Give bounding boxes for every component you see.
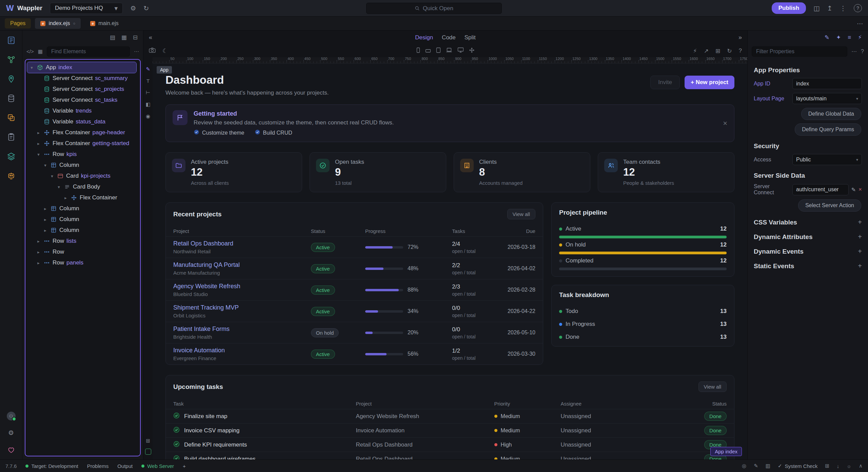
output-button[interactable]: Output (117, 463, 133, 469)
section-dynamic-attributes[interactable]: Dynamic Attributes+ (754, 233, 862, 241)
canvas-help-icon[interactable]: ? (739, 47, 742, 54)
invite-button[interactable]: Invite (650, 76, 680, 89)
add-icon[interactable]: + (858, 218, 862, 226)
target-selector[interactable]: Target: Development (25, 463, 78, 469)
dynamic-data-icon[interactable]: ⚡ (858, 34, 862, 41)
canvas-view[interactable]: App Dashboard Welcome back — here's what… (153, 63, 747, 459)
dark-mode-icon[interactable]: ☾ (162, 47, 167, 55)
settings-icon[interactable]: ⚙ (8, 430, 14, 436)
code-toggle-icon[interactable]: </> (26, 48, 34, 54)
view-list-icon[interactable]: ▤ (110, 34, 115, 41)
server-connect-input[interactable] (792, 184, 849, 195)
expand-right-panel-icon[interactable]: » (738, 34, 742, 41)
tree-item-kpi-projects[interactable]: ▾Cardkpi-projects (27, 171, 138, 181)
fit-screen-icon[interactable] (469, 47, 474, 55)
target-icon[interactable]: ◎ (742, 463, 746, 469)
extensions-grid-icon[interactable]: ⊞ (825, 463, 829, 469)
tree-chevron-icon[interactable]: ▾ (36, 152, 41, 157)
layers-icon[interactable] (7, 152, 16, 162)
typography-tool-icon[interactable]: T (146, 78, 150, 84)
edit-server-action-icon[interactable]: ✎ (851, 186, 856, 193)
define-query-params-button[interactable]: Define Query Params (795, 123, 861, 136)
tree-chevron-icon[interactable]: ▸ (43, 228, 48, 233)
view-all-projects-button[interactable]: View all (507, 209, 535, 219)
select-server-action-button[interactable]: Select Server Action (798, 199, 861, 212)
tree-item-column[interactable]: ▸Column (27, 214, 138, 225)
tree-chevron-icon[interactable]: ▾ (56, 184, 61, 190)
tree-chevron-icon[interactable]: ▸ (43, 206, 48, 211)
publish-button[interactable]: Publish (772, 2, 806, 14)
device-laptop-icon[interactable] (446, 47, 452, 54)
tree-chevron-icon[interactable]: ▸ (36, 239, 41, 244)
tree-item-flex-container[interactable]: ▸Flex Container (27, 192, 138, 203)
spacing-tool-icon[interactable]: ⊢ (146, 90, 150, 96)
connect-icon[interactable]: ⚡ (693, 47, 697, 55)
problems-button[interactable]: Problems (87, 463, 108, 469)
tree-chevron-icon[interactable]: ▸ (43, 217, 48, 222)
layout-page-select[interactable]: layouts/main ▾ (792, 93, 862, 104)
kebab-menu-icon[interactable]: ⋮ (840, 5, 846, 12)
project-link[interactable]: Patient Intake Forms (173, 326, 311, 333)
project-settings-icon[interactable]: ⚙ (130, 5, 136, 12)
tab-index-ejs[interactable]: e index.ejs ○ (35, 18, 81, 29)
apps-grid-icon[interactable]: ⊞ (146, 438, 150, 444)
screenshot-icon[interactable] (149, 47, 156, 55)
globals-icon[interactable] (7, 75, 16, 85)
access-select[interactable]: Public ▾ (792, 154, 862, 165)
find-elements-input[interactable] (47, 46, 130, 57)
collapse-statusbar-icon[interactable]: ∧ (859, 463, 863, 469)
add-panel-icon[interactable]: + (183, 463, 186, 469)
tree-item-column[interactable]: ▾Column (27, 160, 138, 171)
tree-item-getting-started[interactable]: ▸Flex Containergetting-started (27, 138, 138, 149)
components-icon[interactable]: ▦ (38, 48, 43, 55)
tree-item-column[interactable]: ▸Column (27, 225, 138, 236)
sliders-icon[interactable]: ≡ (848, 34, 851, 41)
panel-layout-icon[interactable]: ▥ (766, 463, 770, 469)
properties-more-icon[interactable]: ⋯ (851, 48, 857, 55)
edit-props-icon[interactable]: ✎ (825, 34, 829, 41)
tree-item-card-body[interactable]: ▾Card Body (27, 181, 138, 192)
define-global-data-button[interactable]: Define Global Data (801, 108, 861, 120)
new-project-button[interactable]: + New project (685, 76, 734, 89)
tree-item-page-header[interactable]: ▸Flex Containerpage-header (27, 127, 138, 138)
database-icon[interactable] (7, 94, 16, 104)
help-icon[interactable]: ? (854, 4, 862, 12)
tree-chevron-icon[interactable]: ▾ (50, 174, 55, 179)
web-server-status[interactable]: Web Server (141, 463, 174, 469)
panels-toggle-icon[interactable]: ◫ (813, 5, 820, 12)
banner-check-item[interactable]: Customize theme (194, 129, 244, 136)
deploy-icon[interactable]: ↥ (827, 5, 832, 12)
view-grid-icon[interactable]: ▦ (121, 34, 127, 41)
project-sync-icon[interactable]: ↻ (143, 5, 149, 12)
edit-statusbar-icon[interactable]: ✎ (754, 463, 758, 469)
tree-item-index[interactable]: ▾Appindex (27, 62, 136, 73)
tree-item-lists[interactable]: ▸Rowlists (27, 236, 138, 247)
structure-more-icon[interactable]: ⋯ (134, 48, 139, 55)
tree-item-status-data[interactable]: Variablestatus_data (27, 116, 138, 127)
add-icon[interactable]: + (858, 233, 862, 241)
section-css-variables[interactable]: CSS Variables+ (754, 218, 862, 226)
tree-item-sc-summary[interactable]: Server Connectsc_summary (27, 73, 138, 84)
mode-split[interactable]: Split (465, 34, 476, 41)
tree-chevron-icon[interactable]: ▸ (36, 250, 41, 255)
project-link[interactable]: Shipment Tracking MVP (173, 304, 311, 311)
pages-panel-icon[interactable] (7, 36, 16, 46)
tree-chevron-icon[interactable]: ▾ (43, 163, 48, 168)
paint-tool-icon[interactable]: ◧ (145, 101, 150, 107)
project-selector[interactable]: Demo Projects HQ ▾ (50, 3, 123, 14)
mode-code[interactable]: Code (442, 34, 456, 41)
workflows-icon[interactable] (7, 55, 16, 65)
device-tablet-icon[interactable] (436, 47, 440, 55)
device-phone-landscape-icon[interactable] (425, 47, 431, 54)
styles-icon[interactable] (7, 113, 16, 123)
grid-toggle-icon[interactable]: ⊞ (715, 47, 720, 55)
banner-close-icon[interactable]: × (723, 119, 727, 128)
tree-item-panels[interactable]: ▸Rowpanels (27, 257, 138, 268)
collapse-left-panel-icon[interactable]: « (149, 34, 152, 41)
refresh-canvas-icon[interactable]: ↻ (727, 47, 732, 55)
section-static-events[interactable]: Static Events+ (754, 262, 862, 270)
banner-check-item[interactable]: Build CRUD (255, 129, 292, 136)
notes-icon[interactable] (7, 133, 16, 143)
tree-chevron-icon[interactable]: ▸ (63, 195, 68, 200)
device-desktop-icon[interactable] (457, 47, 463, 54)
